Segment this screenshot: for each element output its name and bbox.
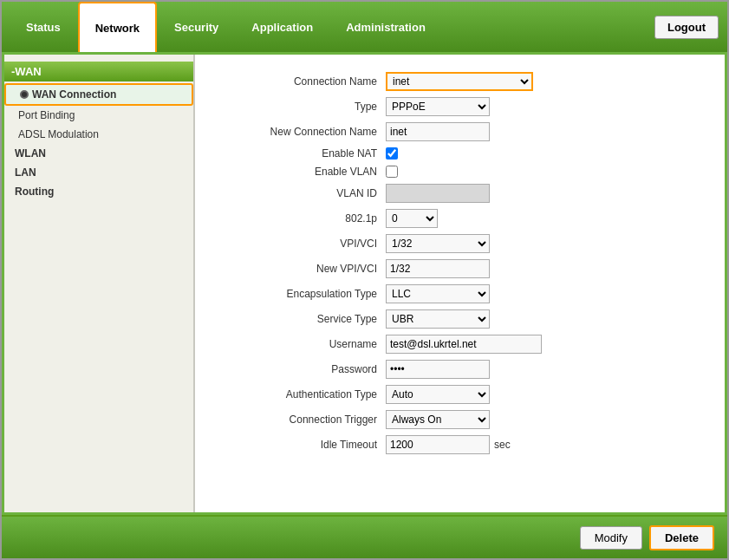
sidebar: -WAN WAN Connection Port Binding ADSL Mo…	[4, 55, 195, 512]
encapsulation-type-select[interactable]: LLC	[386, 284, 490, 303]
sidebar-group-routing[interactable]: Routing	[4, 182, 193, 201]
username-label: Username	[212, 338, 386, 350]
connection-trigger-label: Connection Trigger	[212, 413, 386, 426]
type-select[interactable]: PPPoE	[386, 97, 490, 116]
nav-spacer	[443, 2, 653, 52]
enable-nat-row: Enable NAT	[212, 147, 707, 160]
new-vpi-vci-row: New VPI/VCI	[212, 259, 707, 278]
auth-type-row: Authentication Type Auto	[212, 385, 707, 404]
connection-name-row: Connection Name inet	[212, 72, 707, 91]
connection-trigger-select[interactable]: Always On	[386, 410, 490, 429]
tab-security[interactable]: Security	[159, 2, 234, 52]
vpi-vci-label: VPI/VCI	[212, 238, 386, 250]
modify-button[interactable]: Modify	[580, 526, 642, 550]
sidebar-wan-section: -WAN	[4, 62, 193, 81]
username-row: Username	[212, 335, 707, 354]
sidebar-group-lan[interactable]: LAN	[4, 163, 193, 182]
vlan-id-label: VLAN ID	[212, 187, 386, 199]
tab-application[interactable]: Application	[236, 2, 329, 52]
auth-type-label: Authentication Type	[212, 388, 386, 400]
idle-timeout-input[interactable]	[386, 435, 490, 454]
radio-dot-icon	[20, 90, 29, 99]
sidebar-item-port-binding[interactable]: Port Binding	[4, 106, 193, 125]
content-area: Connection Name inet Type PPPoE New Conn…	[195, 55, 725, 512]
tab-network[interactable]: Network	[78, 2, 157, 52]
service-type-row: Service Type UBR	[212, 309, 707, 329]
password-label: Password	[212, 363, 386, 375]
vpi-vci-select[interactable]: 1/32	[386, 234, 490, 253]
sidebar-adsl-modulation-label: ADSL Modulation	[18, 128, 99, 140]
username-input[interactable]	[386, 335, 542, 354]
sidebar-group-wlan[interactable]: WLAN	[4, 144, 193, 163]
idle-timeout-suffix: sec	[494, 439, 511, 451]
service-type-label: Service Type	[212, 313, 386, 325]
dot1p-select[interactable]: 0	[386, 209, 438, 228]
main-content: -WAN WAN Connection Port Binding ADSL Mo…	[2, 52, 727, 515]
auth-type-select[interactable]: Auto	[386, 385, 490, 404]
sidebar-port-binding-label: Port Binding	[18, 109, 75, 121]
new-vpi-vci-label: New VPI/VCI	[212, 263, 386, 275]
service-type-select[interactable]: UBR	[386, 309, 490, 329]
bottom-bar: Modify Delete	[2, 515, 727, 558]
enable-nat-label: Enable NAT	[212, 147, 386, 160]
idle-timeout-row: Idle Timeout sec	[212, 435, 707, 454]
app-frame: Status Network Security Application Admi…	[0, 0, 729, 560]
password-row: Password	[212, 360, 707, 379]
dot1p-row: 802.1p 0	[212, 209, 707, 228]
new-vpi-vci-input[interactable]	[386, 259, 490, 278]
new-connection-name-input[interactable]	[386, 122, 490, 141]
encapsulation-type-row: Encapsulation Type LLC	[212, 284, 707, 303]
dot1p-label: 802.1p	[212, 212, 386, 225]
new-connection-name-row: New Connection Name	[212, 122, 707, 141]
vlan-id-input[interactable]	[386, 184, 490, 203]
type-row: Type PPPoE	[212, 97, 707, 116]
tab-status[interactable]: Status	[10, 2, 76, 52]
enable-nat-checkbox[interactable]	[386, 147, 398, 160]
password-input[interactable]	[386, 360, 490, 379]
connection-name-select[interactable]: inet	[386, 72, 533, 91]
idle-timeout-label: Idle Timeout	[212, 439, 386, 451]
logout-button[interactable]: Logout	[654, 16, 719, 39]
enable-vlan-row: Enable VLAN	[212, 166, 707, 178]
sidebar-item-adsl-modulation[interactable]: ADSL Modulation	[4, 125, 193, 144]
top-nav: Status Network Security Application Admi…	[2, 2, 727, 52]
tab-administration[interactable]: Administration	[330, 2, 441, 52]
sidebar-wan-connection-label: WAN Connection	[32, 88, 116, 101]
vpi-vci-row: VPI/VCI 1/32	[212, 234, 707, 253]
enable-vlan-label: Enable VLAN	[212, 166, 386, 178]
encapsulation-type-label: Encapsulation Type	[212, 288, 386, 300]
connection-trigger-row: Connection Trigger Always On	[212, 410, 707, 429]
type-label: Type	[212, 101, 386, 113]
delete-button[interactable]: Delete	[649, 525, 714, 550]
new-connection-name-label: New Connection Name	[212, 126, 386, 138]
enable-vlan-checkbox[interactable]	[386, 166, 398, 178]
sidebar-item-wan-connection[interactable]: WAN Connection	[4, 83, 193, 106]
connection-name-label: Connection Name	[212, 75, 386, 88]
vlan-id-row: VLAN ID	[212, 184, 707, 203]
